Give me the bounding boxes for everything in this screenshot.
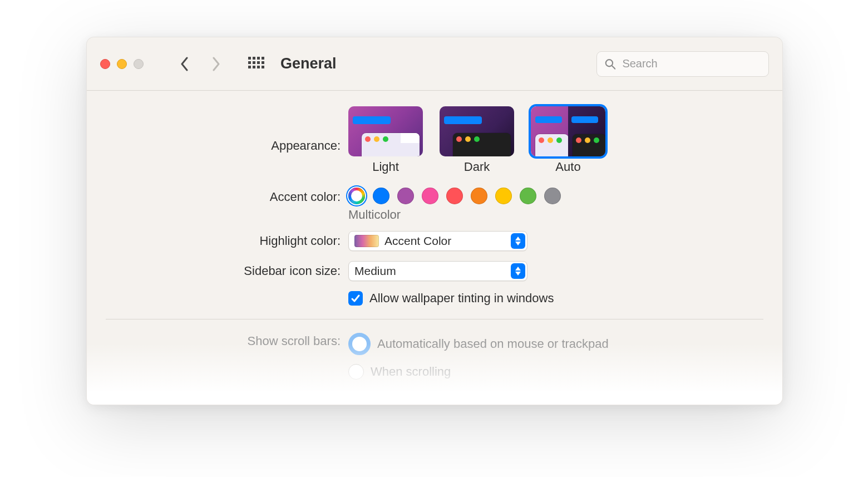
accent-swatch-green[interactable]: [520, 188, 536, 204]
forward-button[interactable]: [204, 52, 228, 76]
highlight-color-value: Accent Color: [384, 234, 451, 248]
divider: [106, 319, 763, 319]
appearance-option-label: Light: [372, 160, 399, 174]
highlight-color-swatch-icon: [354, 235, 379, 247]
highlight-label: Highlight color:: [87, 233, 348, 249]
popup-arrows-icon: [511, 233, 525, 249]
scrollbars-option-auto[interactable]: Automatically based on mouse or trackpad: [348, 333, 609, 355]
radio-button: [348, 333, 371, 355]
window-traffic-lights: [100, 59, 144, 69]
svg-rect-6: [257, 61, 260, 64]
show-all-button[interactable]: [248, 57, 265, 71]
svg-rect-10: [257, 66, 260, 68]
popup-arrows-icon: [511, 263, 525, 279]
radio-button: [348, 364, 364, 380]
appearance-option-auto[interactable]: Auto: [531, 106, 605, 174]
svg-rect-4: [248, 61, 251, 64]
accent-swatch-pink[interactable]: [422, 188, 438, 204]
wallpaper-tinting-label: Allow wallpaper tinting in windows: [369, 291, 554, 306]
svg-marker-15: [515, 242, 521, 245]
svg-marker-17: [515, 272, 521, 276]
window-title: General: [280, 55, 337, 72]
accent-swatch-yellow[interactable]: [495, 188, 512, 204]
accent-caption: Multicolor: [348, 208, 782, 222]
svg-rect-2: [257, 57, 260, 60]
accent-swatch-orange[interactable]: [471, 188, 487, 204]
sidebar-icon-value: Medium: [354, 264, 396, 278]
search-icon: [605, 58, 615, 70]
close-button[interactable]: [100, 59, 110, 69]
search-field[interactable]: [596, 51, 769, 77]
search-input[interactable]: [621, 57, 761, 71]
back-button[interactable]: [172, 52, 197, 76]
scrollbars-option-label: When scrolling: [371, 365, 451, 379]
appearance-option-light[interactable]: Light: [348, 106, 423, 174]
appearance-thumb-auto: [531, 106, 605, 156]
highlight-color-popup[interactable]: Accent Color: [348, 231, 527, 251]
svg-rect-1: [253, 57, 255, 60]
accent-swatch-red[interactable]: [446, 188, 463, 204]
scrollbars-option-label: Automatically based on mouse or trackpad: [377, 337, 609, 351]
wallpaper-tinting-checkbox[interactable]: [348, 291, 363, 306]
appearance-option-dark[interactable]: Dark: [440, 106, 514, 174]
svg-line-13: [612, 66, 615, 68]
svg-point-12: [606, 60, 613, 66]
accent-swatch-multicolor[interactable]: [348, 188, 365, 204]
accent-label: Accent color:: [87, 188, 348, 205]
grid-icon: [248, 57, 265, 69]
toolbar: General: [87, 37, 782, 91]
minimize-button[interactable]: [117, 59, 127, 69]
appearance-option-label: Auto: [555, 160, 580, 174]
svg-rect-0: [248, 57, 251, 60]
preferences-window: General Appearance: Light: [86, 37, 783, 405]
svg-rect-11: [262, 66, 264, 68]
svg-rect-5: [253, 61, 255, 64]
scrollbars-label: Show scroll bars:: [87, 332, 348, 350]
appearance-label: Appearance:: [87, 106, 348, 154]
checkmark-icon: [351, 293, 361, 303]
content: Appearance: Light: [87, 91, 782, 380]
svg-marker-16: [515, 267, 521, 271]
svg-marker-14: [515, 237, 521, 240]
sidebar-icon-popup[interactable]: Medium: [348, 261, 527, 281]
accent-swatch-purple[interactable]: [397, 188, 414, 204]
appearance-option-label: Dark: [464, 160, 490, 174]
scrollbars-option-scrolling[interactable]: When scrolling: [348, 364, 609, 380]
chevron-left-icon: [180, 57, 189, 71]
appearance-thumb-dark: [440, 106, 514, 156]
accent-swatch-blue[interactable]: [373, 188, 389, 204]
svg-rect-3: [262, 57, 264, 60]
zoom-button[interactable]: [134, 59, 144, 69]
chevron-right-icon: [211, 57, 220, 71]
appearance-thumb-light: [348, 106, 423, 156]
accent-swatch-graphite[interactable]: [544, 188, 561, 204]
svg-rect-8: [248, 66, 251, 68]
sidebar-icon-label: Sidebar icon size:: [87, 263, 348, 279]
svg-rect-7: [262, 61, 264, 64]
svg-rect-9: [253, 66, 255, 68]
